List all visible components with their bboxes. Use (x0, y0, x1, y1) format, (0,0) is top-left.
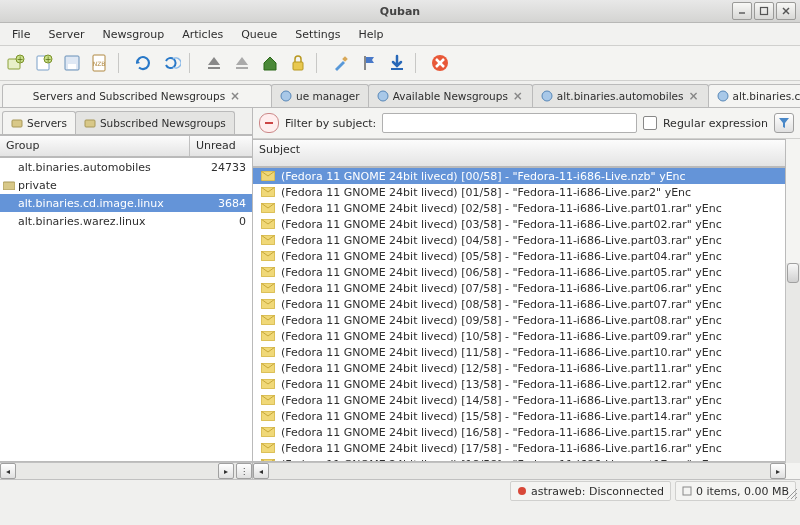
menu-settings[interactable]: Settings (287, 25, 348, 44)
message-icon (261, 235, 275, 245)
svg-point-50 (518, 487, 526, 495)
menu-help[interactable]: Help (350, 25, 391, 44)
close-icon[interactable]: × (512, 90, 524, 102)
home-button[interactable] (258, 51, 282, 75)
subject-row[interactable]: (Fedora 11 GNOME 24bit livecd) [01/58] -… (253, 184, 785, 200)
group-column-header[interactable]: Group (0, 136, 190, 156)
subject-row[interactable]: (Fedora 11 GNOME 24bit livecd) [04/58] -… (253, 232, 785, 248)
left-pane: ServersSubscribed Newsgroups Group Unrea… (0, 108, 253, 479)
regex-checkbox[interactable] (643, 116, 657, 130)
message-icon (261, 331, 275, 341)
subject-row[interactable]: (Fedora 11 GNOME 24bit livecd) [08/58] -… (253, 296, 785, 312)
subject-row[interactable]: (Fedora 11 GNOME 24bit livecd) [11/58] -… (253, 344, 785, 360)
menu-server[interactable]: Server (40, 25, 92, 44)
left-tab-subscribed-newsgroups[interactable]: Subscribed Newsgroups (75, 111, 235, 134)
group-row[interactable]: alt.binaries.cd.image.linux3684 (0, 194, 252, 212)
svg-point-25 (542, 91, 552, 101)
clear-filter-button[interactable] (259, 113, 279, 133)
subject-row[interactable]: (Fedora 11 GNOME 24bit livecd) [14/58] -… (253, 392, 785, 408)
horizontal-scrollbar[interactable]: ◂ ▸ ⋮ (0, 462, 252, 479)
subject-row[interactable]: (Fedora 11 GNOME 24bit livecd) [05/58] -… (253, 248, 785, 264)
subject-row[interactable]: (Fedora 11 GNOME 24bit livecd) [13/58] -… (253, 376, 785, 392)
subject-row[interactable]: (Fedora 11 GNOME 24bit livecd) [15/58] -… (253, 408, 785, 424)
tab-ue-manager[interactable]: ue manager (271, 84, 369, 107)
subject-row[interactable]: (Fedora 11 GNOME 24bit livecd) [17/58] -… (253, 440, 785, 456)
svg-rect-18 (364, 56, 366, 70)
message-icon (261, 395, 275, 405)
svg-rect-29 (3, 182, 15, 190)
disk-button[interactable] (60, 51, 84, 75)
scroll-grip-icon[interactable]: ⋮ (236, 463, 252, 479)
subject-row[interactable]: (Fedora 11 GNOME 24bit livecd) [09/58] -… (253, 312, 785, 328)
resize-grip-icon[interactable] (785, 487, 799, 501)
maximize-button[interactable] (754, 2, 774, 20)
filter-input[interactable] (382, 113, 637, 133)
close-icon[interactable]: × (229, 90, 241, 102)
brush-button[interactable] (329, 51, 353, 75)
subject-horizontal-scrollbar[interactable]: ◂ ▸ (253, 462, 786, 479)
lock-button[interactable] (286, 51, 310, 75)
scroll-right-icon[interactable]: ▸ (218, 463, 234, 479)
message-icon (261, 411, 275, 421)
subject-row[interactable]: (Fedora 11 GNOME 24bit livecd) [02/58] -… (253, 200, 785, 216)
eject-alt-button[interactable] (230, 51, 254, 75)
message-icon (261, 203, 275, 213)
menu-newsgroup[interactable]: Newsgroup (95, 25, 173, 44)
scroll-left-icon[interactable]: ◂ (0, 463, 16, 479)
refresh-all-button[interactable] (159, 51, 183, 75)
group-list[interactable]: alt.binaries.automobiles24733privatealt.… (0, 157, 252, 462)
subject-row[interactable]: (Fedora 11 GNOME 24bit livecd) [07/58] -… (253, 280, 785, 296)
menu-file[interactable]: File (4, 25, 38, 44)
globe-icon (377, 90, 389, 102)
nzb-button[interactable]: NZB (88, 51, 112, 75)
close-button[interactable] (776, 2, 796, 20)
left-tab-servers[interactable]: Servers (2, 111, 76, 134)
group-row[interactable]: alt.binaries.warez.linux0 (0, 212, 252, 230)
scroll-right-icon[interactable]: ▸ (770, 463, 786, 479)
tab-alt-binaries-cd-image-linux[interactable]: alt.binaries.cd.image.linux× (708, 84, 800, 107)
download-button[interactable] (385, 51, 409, 75)
svg-point-24 (378, 91, 388, 101)
message-icon (261, 315, 275, 325)
minimize-button[interactable] (732, 2, 752, 20)
flag-button[interactable] (357, 51, 381, 75)
tab-available-newsgroups[interactable]: Available Newsgroups× (368, 84, 533, 107)
group-row[interactable]: alt.binaries.automobiles24733 (0, 158, 252, 176)
tab-alt-binaries-automobiles[interactable]: alt.binaries.automobiles× (532, 84, 709, 107)
subject-row[interactable]: (Fedora 11 GNOME 24bit livecd) [16/58] -… (253, 424, 785, 440)
subject-list[interactable]: (Fedora 11 GNOME 24bit livecd) [00/58] -… (253, 167, 786, 462)
subject-row[interactable]: (Fedora 11 GNOME 24bit livecd) [06/58] -… (253, 264, 785, 280)
svg-rect-14 (208, 67, 220, 69)
close-icon[interactable]: × (688, 90, 700, 102)
titlebar: Quban (0, 0, 800, 23)
stop-button[interactable] (428, 51, 452, 75)
new-server-button[interactable]: + (4, 51, 28, 75)
filter-apply-button[interactable] (774, 113, 794, 133)
subject-row[interactable]: (Fedora 11 GNOME 24bit livecd) [10/58] -… (253, 328, 785, 344)
message-icon (261, 283, 275, 293)
group-header[interactable]: Group Unread (0, 135, 252, 157)
queue-icon (280, 90, 292, 102)
eject-button[interactable] (202, 51, 226, 75)
svg-rect-16 (293, 62, 303, 70)
menu-articles[interactable]: Articles (174, 25, 231, 44)
subject-row[interactable]: (Fedora 11 GNOME 24bit livecd) [03/58] -… (253, 216, 785, 232)
message-icon (261, 219, 275, 229)
refresh-button[interactable] (131, 51, 155, 75)
feed-icon (541, 90, 553, 102)
new-group-button[interactable]: + (32, 51, 56, 75)
message-icon (261, 459, 275, 462)
svg-point-23 (281, 91, 291, 101)
subject-row[interactable]: (Fedora 11 GNOME 24bit livecd) [12/58] -… (253, 360, 785, 376)
svg-text:+: + (45, 55, 52, 64)
subject-row[interactable]: (Fedora 11 GNOME 24bit livecd) [00/58] -… (253, 168, 785, 184)
group-row[interactable]: private (0, 176, 252, 194)
menu-queue[interactable]: Queue (233, 25, 285, 44)
scrollbar-thumb[interactable] (787, 263, 799, 283)
subject-column-header[interactable]: Subject (253, 139, 786, 167)
scroll-left-icon[interactable]: ◂ (253, 463, 269, 479)
subject-row[interactable]: (Fedora 11 GNOME 24bit livecd) [18/58] -… (253, 456, 785, 462)
vertical-scrollbar[interactable] (785, 263, 800, 463)
unread-column-header[interactable]: Unread (190, 136, 252, 156)
left-panel-tab[interactable]: Servers and Subscribed Newsgroups × (2, 84, 272, 107)
